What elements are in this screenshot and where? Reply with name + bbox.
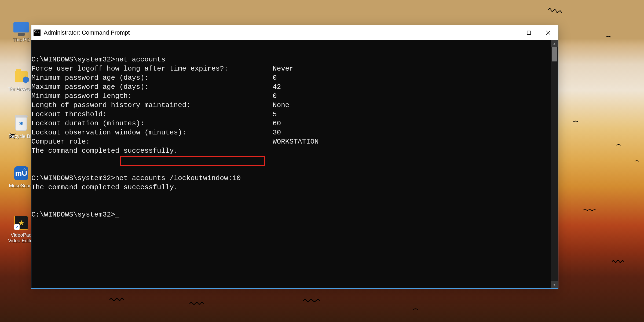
output-value: Never	[273, 64, 294, 73]
close-icon	[546, 30, 551, 35]
prompt-text: C:\WINDOWS\system32>	[31, 174, 115, 182]
prompt-text: C:\WINDOWS\system32>	[31, 56, 115, 64]
output-label: Lockout duration (minutes):	[31, 119, 273, 128]
icon-label: Recycle Bin	[8, 134, 34, 139]
command-text: net accounts /lockoutwindow:10	[115, 174, 241, 182]
folder-shield-icon	[13, 69, 29, 85]
output-label: Maximum password age (days):	[31, 82, 273, 92]
icon-label: This PC	[13, 37, 30, 43]
musescore-icon: mŮ	[13, 165, 29, 181]
bird-silhouette: 〰	[612, 255, 624, 269]
maximize-button[interactable]	[519, 25, 539, 40]
scrollbar-thumb[interactable]	[552, 47, 557, 61]
bird-silhouette: 〰	[189, 296, 204, 312]
prompt-text: C:\WINDOWS\system32>	[31, 211, 115, 219]
output-value: 0	[273, 73, 277, 82]
maximize-icon	[527, 31, 531, 35]
minimize-icon	[507, 31, 512, 35]
terminal-output[interactable]: C:\WINDOWS\system32>net accounts Force u…	[31, 40, 551, 288]
output-label: Lockout threshold:	[31, 110, 273, 119]
success-message: The command completed successfully.	[31, 183, 178, 191]
output-label: Lockout observation window (minutes):	[31, 128, 273, 137]
bird-silhouette: ⌢	[573, 115, 579, 126]
recycle-bin-icon	[13, 116, 29, 132]
bird-silhouette: ⌢	[634, 156, 639, 165]
minimize-button[interactable]	[500, 25, 519, 40]
titlebar[interactable]: C:\. Administrator: Command Prompt	[31, 25, 558, 40]
cmd-window: C:\. Administrator: Command Prompt C:\WI…	[31, 25, 558, 289]
output-value: 60	[273, 119, 281, 128]
svg-rect-1	[527, 31, 531, 34]
scrollbar-track[interactable]	[551, 47, 558, 281]
annotation-highlight	[120, 156, 265, 166]
bird-silhouette: 〰	[583, 203, 596, 218]
cursor: _	[115, 211, 119, 219]
scroll-up-button[interactable]: ▲	[551, 40, 558, 47]
icon-label: MuseScore	[9, 183, 33, 189]
videopad-icon: ↗	[13, 215, 29, 231]
output-label: Force user logoff how long after time ex…	[31, 64, 273, 73]
output-label: Length of password history maintained:	[31, 101, 273, 110]
output-label: Minimum password length:	[31, 92, 273, 101]
svg-rect-0	[508, 33, 511, 33]
command-text: net accounts	[115, 56, 165, 64]
scrollbar[interactable]: ▲ ▼	[551, 40, 558, 288]
bird-silhouette: ⌢	[412, 303, 419, 314]
output-value: 0	[273, 92, 277, 101]
bird-silhouette: 〰	[109, 292, 124, 309]
output-value: 5	[273, 110, 277, 119]
bird-silhouette: ⌢	[616, 140, 621, 149]
computer-icon	[13, 19, 29, 35]
cmd-icon: C:\.	[34, 30, 41, 36]
output-value: None	[273, 101, 289, 110]
bird-silhouette: 〰	[546, 2, 564, 21]
close-button[interactable]	[539, 25, 558, 40]
scroll-down-button[interactable]: ▼	[551, 281, 558, 288]
icon-label: VideoPad Video Editor	[8, 232, 34, 243]
window-title: Administrator: Command Prompt	[44, 29, 130, 36]
icon-label: Tor Browser	[8, 86, 34, 92]
output-value: 42	[273, 82, 281, 92]
bird-silhouette: 〰	[303, 291, 320, 311]
shortcut-arrow-icon: ↗	[14, 224, 20, 230]
output-label: Computer role:	[31, 137, 273, 146]
output-label: Minimum password age (days):	[31, 73, 273, 82]
output-value: 30	[273, 128, 281, 137]
success-message: The command completed successfully.	[31, 147, 178, 155]
output-value: WORKSTATION	[273, 137, 319, 146]
bird-silhouette: ⌢	[605, 31, 611, 41]
